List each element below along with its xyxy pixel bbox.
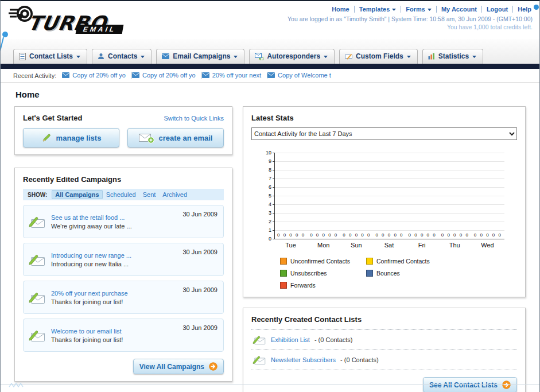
nav-link-label: My Account [441,6,477,13]
top-nav: HomeTemplatesFormsMy AccountLogoutHelp [288,6,533,13]
recently-created-contact-lists-panel: Recently Created Contact Lists Exhibitio… [243,308,526,392]
activity-link-label: 20% off your next [212,72,261,79]
nav-link-forms[interactable]: Forms [401,6,437,13]
legend-item: Confirmed Contacts [366,258,452,265]
campaign-title-link[interactable]: Welcome to our email list [51,328,173,335]
view-all-campaigns-button[interactable]: View All Campaigns [133,359,224,374]
campaign-subtitle: Thanks for joining our list! [51,336,173,343]
gridline [275,222,504,222]
series-values: 0 0 0 0 0 [439,232,472,238]
arrow-circle-icon [502,381,511,389]
contact-activity-chart: 0 0 0 0 00 0 0 0 00 0 0 0 00 0 0 0 00 0 … [251,153,517,289]
chevron-down-icon [392,8,396,11]
contact-list-row[interactable]: Newsletter Subscribers- (0 Contacts) [251,350,517,370]
legend-label: Bounces [376,270,400,277]
campaign-title-link[interactable]: 20% off your next purchase [51,290,173,297]
nav-link-my-account[interactable]: My Account [437,6,482,13]
see-all-contact-lists-label: See All Contact Lists [429,381,498,389]
contact-list-rows: Exhibition List- (0 Contacts)Newsletter … [251,329,517,370]
campaign-item[interactable]: Welcome to our email listThanks for join… [23,319,224,352]
nav-link-templates[interactable]: Templates [355,6,402,13]
y-axis-label: 2 [260,219,271,224]
legend-swatch [280,258,287,265]
campaign-title-link[interactable]: See us at the retail food ... [51,214,173,221]
stats-icon [428,53,435,60]
legend-label: Confirmed Contacts [376,258,430,265]
chevron-down-icon [141,55,145,58]
envelope-small-icon [162,53,169,59]
y-axis-label: 9 [260,158,271,164]
y-axis-label: 6 [260,184,271,190]
legend-swatch [280,282,287,289]
zero-labels: 0 0 0 0 00 0 0 0 00 0 0 0 00 0 0 0 00 0 … [275,232,504,238]
nav-link-logout[interactable]: Logout [482,6,513,13]
custom-fields-icon [345,53,352,60]
switch-quick-links-link[interactable]: Switch to Quick Links [164,115,224,122]
x-axis-label: Mon [307,242,340,249]
tab-email-campaigns[interactable]: Email Campaigns [156,49,244,64]
filter-all-campaigns[interactable]: All Campaigns [52,190,102,199]
campaign-filters: All CampaignsScheduledSentArchived [52,191,191,198]
nav-link-label: Templates [359,6,390,13]
campaign-subtitle: We're giving away our late ... [51,223,173,230]
filter-scheduled[interactable]: Scheduled [103,190,139,199]
envelope-pencil-icon [252,335,266,345]
left-column: Let's Get Started Switch to Quick Links … [14,106,232,382]
activity-link-label: Copy of Welcome t [278,72,331,79]
recent-activity-link[interactable]: 20% off your next [202,72,267,79]
chevron-down-icon [407,55,411,58]
contact-list-detail: - (0 Contacts) [340,356,379,363]
recent-activity-bar: Recent Activity: Copy of 20% off yoCopy … [1,69,539,83]
envelope-pencil-icon [29,291,46,304]
tab-custom-fields[interactable]: Custom Fields [339,49,418,64]
y-axis-tick [273,196,275,196]
recent-activity-link[interactable]: Copy of 20% off yo [62,72,132,79]
y-axis-label: 5 [260,193,271,199]
recent-activity-items: Copy of 20% off yoCopy of 20% off yo20% … [62,72,337,79]
filter-sent[interactable]: Sent [139,190,160,199]
chart-legend: Unconfirmed ContactsConfirmed ContactsUn… [280,258,517,289]
turbo-email-logo[interactable]: TURBO EMAIL [9,3,158,39]
campaign-item[interactable]: Introducing our new range ...Introducing… [23,243,224,276]
stats-range-select[interactable]: Contact Activity for the Last 7 Days [251,127,517,140]
tab-label: Autoresponders [267,52,320,60]
contact-list-row[interactable]: Exhibition List- (0 Contacts) [251,330,517,350]
legend-item: Unsubscribes [280,270,366,277]
x-axis-label: Sat [372,242,405,249]
chevron-down-icon [472,55,476,58]
tab-statistics[interactable]: Statistics [422,49,483,64]
envelope-small-icon [267,72,275,78]
nav-link-home[interactable]: Home [327,6,355,13]
see-all-contact-lists-button[interactable]: See All Contact Lists [423,377,517,392]
recent-activity-link[interactable]: Copy of 20% off yo [132,72,202,79]
contact-list-detail: - (0 Contacts) [314,336,353,343]
nav-divider-bar [1,64,539,69]
recent-activity-link[interactable]: Copy of Welcome t [267,72,337,79]
footer-divider [1,384,539,385]
view-all-campaigns-label: View All Campaigns [139,363,204,371]
gridline [275,161,504,162]
x-axis-label: Sun [340,242,372,249]
contact-list-link[interactable]: Newsletter Subscribers [271,356,336,363]
tab-autoresponders[interactable]: Autoresponders [249,49,335,64]
campaign-title-link[interactable]: Introducing our new range ... [51,252,173,259]
tab-contact-lists[interactable]: Contact Lists [13,49,87,64]
latest-stats-panel: Latest Stats Contact Activity for the La… [243,106,526,297]
legend-item: Forwards [280,282,366,289]
decorative-squiggle [9,379,24,390]
create-email-button[interactable]: create an email [127,128,224,148]
campaign-item[interactable]: See us at the retail food ...We're givin… [23,205,224,238]
campaign-list: See us at the retail food ...We're givin… [23,205,224,352]
manage-lists-button[interactable]: manage lists [23,128,119,148]
gridline [275,178,504,179]
filter-archived[interactable]: Archived [159,190,191,199]
get-started-title: Let's Get Started [23,114,83,122]
contact-lists-panel-title: Recently Created Contact Lists [251,315,517,324]
nav-link-help[interactable]: Help [513,6,533,13]
y-axis-label: 3 [260,210,271,216]
x-axis-labels: TueMonSunSatFriThuWed [274,242,504,249]
tab-label: Contacts [108,52,137,60]
tab-contacts[interactable]: Contacts [92,49,151,64]
contact-list-link[interactable]: Exhibition List [271,336,310,343]
campaign-item[interactable]: 20% off your next purchaseThanks for joi… [23,281,224,314]
